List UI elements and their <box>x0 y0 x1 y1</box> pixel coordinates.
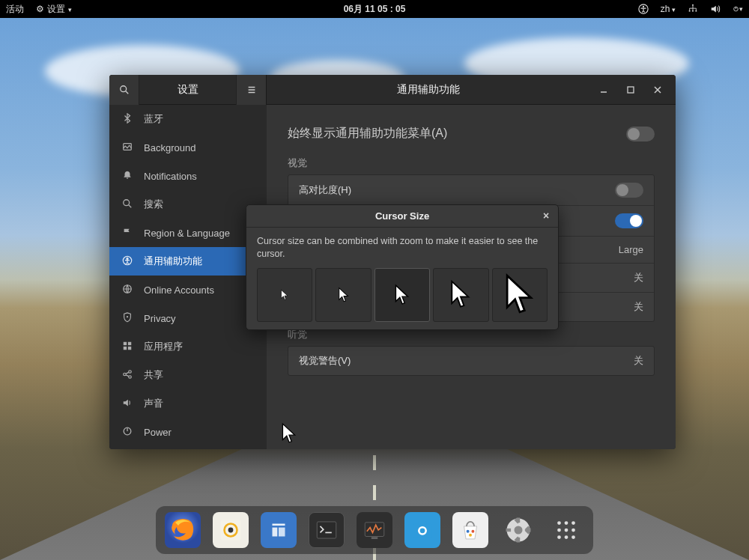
sidebar-item-background[interactable]: Background <box>109 133 267 162</box>
dock-files[interactable] <box>261 512 297 548</box>
svg-rect-33 <box>372 537 378 539</box>
window-maximize[interactable] <box>617 75 644 105</box>
sidebar-item-applications[interactable]: 应用程序 <box>109 332 267 361</box>
svg-point-20 <box>129 370 132 373</box>
dock-system-monitor[interactable] <box>357 512 392 548</box>
sharing-icon <box>121 369 133 382</box>
dock-rhythmbox[interactable] <box>213 512 249 548</box>
svg-point-58 <box>565 535 568 539</box>
row-visual-alerts[interactable]: 视觉警告(V) 关 <box>288 347 654 375</box>
sidebar-item-search[interactable]: 搜索 <box>109 190 267 219</box>
svg-point-52 <box>565 521 568 525</box>
svg-rect-31 <box>317 522 336 538</box>
clock[interactable]: 06月 11 05 : 05 <box>344 3 406 16</box>
cursor-size-option-4[interactable] <box>492 268 548 322</box>
svg-rect-30 <box>279 528 285 537</box>
svg-point-39 <box>471 530 474 533</box>
mouse-cursor <box>280 422 298 448</box>
svg-rect-17 <box>124 346 127 349</box>
hearing-list: 视觉警告(V) 关 <box>288 346 655 376</box>
sidebar-item-notifications[interactable]: Notifications <box>109 162 267 190</box>
dock <box>156 506 593 554</box>
svg-rect-8 <box>628 87 634 93</box>
large-text-switch[interactable] <box>615 213 643 228</box>
network-icon[interactable] <box>688 4 698 14</box>
background-icon <box>121 141 133 154</box>
cursor-icon <box>394 284 410 306</box>
cursor-size-option-3[interactable] <box>433 268 488 322</box>
gear-icon: ⚙ <box>34 4 45 14</box>
sidebar-title: 设置 <box>139 83 236 97</box>
search-icon <box>121 198 133 211</box>
sidebar-item-sharing[interactable]: 共享 <box>109 361 267 389</box>
svg-rect-4 <box>692 10 694 12</box>
high-contrast-switch[interactable] <box>615 183 643 198</box>
sidebar-item-sound[interactable]: 声音 <box>109 389 267 418</box>
dock-terminal[interactable] <box>309 512 345 548</box>
svg-point-57 <box>557 535 561 539</box>
cursor-icon <box>449 279 472 310</box>
svg-point-55 <box>565 529 568 532</box>
sidebar-item-bluetooth[interactable]: 蓝牙 <box>109 105 267 133</box>
section-seeing: 视觉 <box>288 156 655 170</box>
sidebar-item-power[interactable]: Power <box>109 418 267 446</box>
dock-firefox[interactable] <box>165 512 201 548</box>
svg-point-14 <box>127 315 128 317</box>
sidebar-item-online-accounts[interactable]: Online Accounts <box>109 276 267 304</box>
svg-rect-18 <box>128 346 131 349</box>
svg-point-40 <box>469 534 472 537</box>
dock-software[interactable] <box>452 512 488 548</box>
sidebar-item-label: 声音 <box>144 397 163 410</box>
sidebar-item-region[interactable]: Region & Language <box>109 219 267 247</box>
settings-sidebar: 蓝牙BackgroundNotifications搜索Region & Lang… <box>109 105 267 449</box>
app-menu[interactable]: ⚙ 设置 <box>34 3 72 16</box>
sound-icon <box>121 398 133 410</box>
sidebar-item-label: 应用程序 <box>144 340 183 353</box>
svg-point-10 <box>124 199 130 205</box>
input-source[interactable]: zh <box>661 4 676 14</box>
cursor-icon <box>338 287 350 303</box>
sidebar-item-label: 蓝牙 <box>144 112 163 126</box>
sidebar-item-privacy[interactable]: Privacy <box>109 304 267 332</box>
popover-close[interactable]: × <box>540 210 552 222</box>
svg-rect-5 <box>696 10 697 12</box>
dock-settings[interactable] <box>500 512 536 548</box>
window-title: 通用辅助功能 <box>267 75 590 104</box>
window-close[interactable] <box>644 75 671 105</box>
dock-show-apps[interactable] <box>548 512 584 548</box>
sidebar-item-label: Region & Language <box>144 228 230 239</box>
sidebar-menu-button[interactable] <box>236 75 266 105</box>
cursor-size-option-1[interactable] <box>315 268 371 322</box>
row-high-contrast[interactable]: 高对比度(H) <box>288 175 654 206</box>
dock-screenshot[interactable] <box>404 512 440 548</box>
svg-point-12 <box>127 258 128 259</box>
svg-rect-45 <box>506 529 512 532</box>
activities-button[interactable]: 活动 <box>6 3 24 16</box>
cursor-size-option-2[interactable] <box>374 268 430 322</box>
volume-icon[interactable] <box>710 4 721 14</box>
cursor-icon <box>503 273 536 317</box>
svg-rect-3 <box>689 10 691 12</box>
search-icon <box>119 85 130 95</box>
sidebar-item-accessibility[interactable]: 通用辅助功能 <box>109 247 267 276</box>
gnome-topbar: 活动 ⚙ 设置 06月 11 05 : 05 zh <box>0 0 749 18</box>
svg-point-19 <box>124 373 127 376</box>
popover-description: Cursor size can be combined with zoom to… <box>257 235 548 261</box>
always-show-a11y-switch[interactable] <box>626 127 655 141</box>
svg-rect-16 <box>128 341 131 344</box>
sidebar-search-button[interactable] <box>109 75 139 105</box>
svg-point-26 <box>228 528 234 533</box>
window-minimize[interactable] <box>590 75 617 105</box>
cursor-size-option-0[interactable] <box>257 268 312 322</box>
popover-title: Cursor Size × <box>246 205 558 228</box>
svg-point-53 <box>571 521 575 525</box>
sidebar-item-label: 通用辅助功能 <box>144 255 202 268</box>
svg-rect-15 <box>124 341 127 344</box>
sidebar-item-label: 搜索 <box>144 198 163 211</box>
bluetooth-icon <box>121 113 133 126</box>
applications-icon <box>121 341 133 353</box>
accessibility-icon[interactable] <box>638 4 649 14</box>
svg-point-7 <box>120 85 126 91</box>
accessibility-icon <box>121 255 133 268</box>
power-icon[interactable] <box>733 4 743 14</box>
